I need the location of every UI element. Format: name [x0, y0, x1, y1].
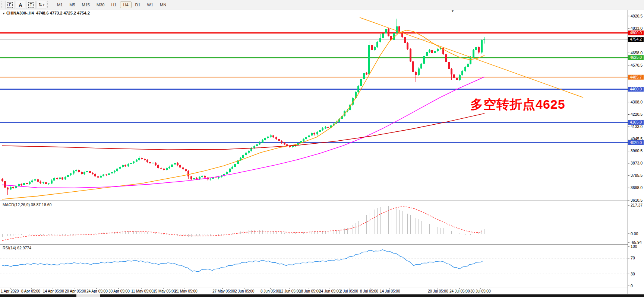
svg-text:4400.0: 4400.0: [630, 87, 642, 91]
timeframe-button-mn[interactable]: MN: [157, 1, 169, 8]
timeframe-button-m30[interactable]: M30: [94, 1, 107, 8]
price-badge: 4165.0: [628, 120, 644, 125]
svg-text:4220.5: 4220.5: [631, 112, 643, 116]
svg-text:217.37: 217.37: [631, 203, 643, 207]
timeframe-button-h1[interactable]: H1: [108, 1, 119, 8]
timeframe-button-m5[interactable]: M5: [66, 1, 78, 8]
price-badge: 4485.7: [628, 75, 644, 80]
horizontal-scrollbar[interactable]: [0, 294, 644, 297]
svg-text:30 Apr 05:00: 30 Apr 05:00: [108, 289, 130, 293]
price-badge: 4400.0: [628, 87, 644, 92]
toolbar-grip[interactable]: [47, 1, 50, 8]
svg-text:20 Jul 05:00: 20 Jul 05:00: [428, 289, 448, 293]
svg-text:24 Apr 05:00: 24 Apr 05:00: [86, 289, 108, 293]
svg-text:4800.0: 4800.0: [630, 31, 642, 35]
timeframe-button-m15[interactable]: M15: [79, 1, 93, 8]
symbol-timeframe-label: CHINA300-,H4: [6, 11, 34, 15]
svg-text:1 Apr 2020: 1 Apr 2020: [1, 289, 19, 293]
cycle-symbols-tool-button[interactable]: ⇅▾: [37, 1, 46, 9]
svg-text:3698.0: 3698.0: [631, 185, 643, 190]
svg-text:4165.0: 4165.0: [630, 120, 642, 124]
svg-text:27 May 05:00: 27 May 05:00: [212, 289, 235, 293]
svg-text:24 Jul 05:00: 24 Jul 05:00: [449, 289, 470, 293]
svg-text:14 Jul 05:00: 14 Jul 05:00: [380, 289, 400, 293]
svg-text:4625.0: 4625.0: [630, 55, 642, 60]
drawing-tools-group: FAT⇅▾: [5, 1, 47, 9]
timeframe-buttons-group: M1M5M15M30H1H4D1W1MN: [54, 1, 170, 8]
svg-text:8 Jul 05:00: 8 Jul 05:00: [360, 289, 378, 293]
svg-text:70: 70: [631, 256, 635, 260]
rsi-indicator-label: RSI(14) 62.9774: [3, 246, 31, 250]
svg-text:4308.0: 4308.0: [631, 100, 643, 104]
svg-text:2 Jul 05:00: 2 Jul 05:00: [340, 289, 358, 293]
svg-text:0.00: 0.00: [631, 231, 638, 236]
svg-text:4658.0: 4658.0: [631, 51, 643, 55]
svg-text:30: 30: [631, 272, 635, 276]
ohlc-values: 4748.6 4773.2 4725.2 4754.2: [36, 11, 90, 15]
timeframe-button-m1[interactable]: M1: [54, 1, 66, 8]
svg-text:20 Apr 05:00: 20 Apr 05:00: [65, 289, 86, 293]
timeframe-button-h4[interactable]: H4: [120, 1, 131, 8]
trading-app-window: FAT⇅▾ M1M5M15M30H1H4D1W1MN 4920.54833.04…: [0, 0, 644, 297]
svg-text:3960.5: 3960.5: [631, 148, 643, 153]
svg-text:14 Apr 05:00: 14 Apr 05:00: [43, 289, 64, 293]
svg-text:21 May 05:00: 21 May 05:00: [175, 289, 198, 293]
svg-text:4754.2: 4754.2: [630, 37, 642, 41]
svg-text:2 Jun 05:00: 2 Jun 05:00: [235, 289, 255, 293]
chart-text-annotation[interactable]: 多空转折点4625: [470, 96, 565, 113]
price-badge: 4625.0: [628, 55, 644, 60]
price-badge: 4754.2: [628, 37, 644, 42]
timeframe-button-d1[interactable]: D1: [132, 1, 143, 8]
svg-text:3610.5: 3610.5: [631, 198, 643, 202]
chart-canvas[interactable]: 4920.54833.04658.04570.54308.04220.54133…: [0, 0, 644, 297]
svg-text:8 Jun 05:00: 8 Jun 05:00: [261, 289, 280, 293]
toolbar-grip[interactable]: [1, 1, 4, 8]
svg-text:24 Jun 05:00: 24 Jun 05:00: [319, 289, 341, 293]
svg-text:4485.7: 4485.7: [630, 75, 642, 79]
price-badge: 4800.0: [628, 31, 644, 35]
price-badge: 4020.0: [628, 140, 644, 145]
timeframe-button-w1[interactable]: W1: [144, 1, 157, 8]
svg-text:4133.0: 4133.0: [631, 124, 643, 129]
svg-text:15 May 05:00: 15 May 05:00: [153, 289, 176, 293]
svg-text:4833.0: 4833.0: [631, 26, 643, 31]
macd-indicator-label: MACD(12,26,9) 38.87 18.60: [3, 202, 51, 207]
svg-text:3785.5: 3785.5: [631, 173, 643, 178]
svg-text:100: 100: [631, 244, 637, 249]
svg-text:8 Apr 05:00: 8 Apr 05:00: [21, 289, 41, 293]
freehand-tool-button[interactable]: F: [5, 1, 15, 9]
toolbar: FAT⇅▾ M1M5M15M30H1H4D1W1MN: [0, 0, 644, 10]
svg-text:0: 0: [631, 284, 633, 288]
svg-text:30 Jul 05:00: 30 Jul 05:00: [470, 289, 491, 293]
chevron-down-icon[interactable]: ▼: [2, 12, 5, 15]
svg-text:4920.5: 4920.5: [631, 14, 643, 18]
svg-text:4020.0: 4020.0: [630, 140, 642, 145]
symbol-info: ▼CHINA300-,H4 4748.6 4773.2 4725.2 4754.…: [2, 11, 90, 15]
svg-text:18 Jun 05:00: 18 Jun 05:00: [299, 289, 321, 293]
svg-text:11 May 05:00: 11 May 05:00: [131, 289, 154, 293]
scrollbar-thumb[interactable]: [76, 294, 100, 297]
text-label-tool-button[interactable]: A: [16, 1, 25, 9]
svg-text:4570.5: 4570.5: [631, 63, 643, 67]
svg-text:12 Jun 05:00: 12 Jun 05:00: [279, 289, 301, 293]
svg-text:3873.0: 3873.0: [631, 161, 643, 165]
text-box-tool-button[interactable]: T: [26, 1, 36, 9]
